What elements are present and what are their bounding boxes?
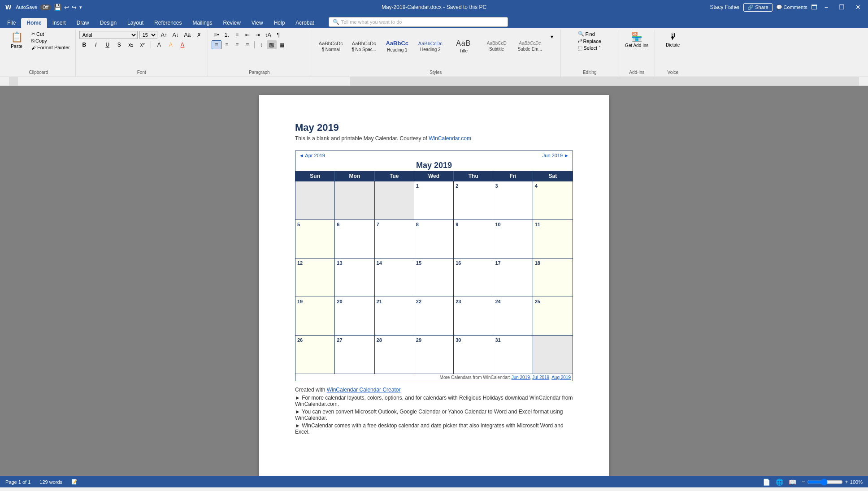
font-name-select[interactable]: Arial bbox=[79, 31, 138, 39]
copy-button[interactable]: ⎘ Copy bbox=[30, 38, 72, 44]
tab-view[interactable]: View bbox=[246, 18, 269, 28]
tab-acrobat[interactable]: Acrobat bbox=[290, 18, 319, 28]
multilevel-list-button[interactable]: ≡ bbox=[232, 30, 242, 39]
cal-cell-empty-2 bbox=[335, 181, 374, 220]
increase-indent-button[interactable]: ⇥ bbox=[253, 30, 263, 39]
bold-button[interactable]: B bbox=[79, 40, 89, 49]
align-left-button[interactable]: ≡ bbox=[212, 40, 221, 49]
numbering-button[interactable]: 1. bbox=[222, 30, 232, 39]
font-group-label: Font bbox=[137, 70, 146, 76]
shading-button[interactable]: ▧ bbox=[267, 40, 277, 49]
show-hide-button[interactable]: ¶ bbox=[273, 30, 283, 39]
paste-button[interactable]: 📋 Paste bbox=[5, 30, 28, 50]
grow-font-button[interactable]: A↑ bbox=[159, 30, 169, 39]
restore-button[interactable]: ❐ bbox=[835, 3, 848, 12]
tab-mailings[interactable]: Mailings bbox=[187, 18, 217, 28]
decrease-indent-button[interactable]: ⇤ bbox=[243, 30, 252, 39]
customize-qat-button[interactable]: ▾ bbox=[79, 4, 82, 10]
line-spacing-button[interactable]: ↕ bbox=[256, 40, 266, 49]
font-group: Arial 15 A↑ A↓ Aa ✗ B I U S x₂ x² A A bbox=[76, 30, 208, 77]
tab-home[interactable]: Home bbox=[21, 18, 47, 28]
font-size-select[interactable]: 15 bbox=[139, 31, 157, 39]
bullets-button[interactable]: ≡• bbox=[212, 30, 221, 39]
tab-references[interactable]: References bbox=[149, 18, 187, 28]
find-button[interactable]: 🔍 Find bbox=[576, 30, 603, 37]
redo-button[interactable]: ↪ bbox=[72, 4, 77, 11]
tab-review[interactable]: Review bbox=[218, 18, 246, 28]
style-subtitle-label: Subtitle bbox=[489, 47, 504, 52]
style-heading2[interactable]: AaBbCcDc Heading 2 bbox=[414, 30, 447, 62]
read-mode-button[interactable]: 📖 bbox=[789, 478, 796, 486]
zoom-out-button[interactable]: − bbox=[802, 478, 805, 485]
dictate-button[interactable]: 🎙 Dictate bbox=[664, 30, 682, 48]
change-case-button[interactable]: Aa bbox=[182, 30, 192, 39]
zoom-in-button[interactable]: + bbox=[845, 478, 848, 485]
superscript-button[interactable]: x² bbox=[138, 40, 148, 49]
undo-button[interactable]: ↩ bbox=[64, 4, 69, 11]
separator bbox=[151, 41, 151, 48]
tab-insert[interactable]: Insert bbox=[47, 18, 71, 28]
subscript-button[interactable]: x₂ bbox=[126, 40, 136, 49]
format-painter-button[interactable]: 🖌 Format Painter bbox=[30, 44, 72, 51]
autosave-toggle[interactable]: Off bbox=[40, 4, 51, 10]
jul2019-link[interactable]: Jul 2019 bbox=[532, 375, 549, 380]
style-subtitle[interactable]: AaBbCcD Subtitle bbox=[481, 30, 513, 62]
get-addins-button[interactable]: 🏪 Get Add-ins bbox=[623, 30, 650, 49]
justify-button[interactable]: ≡ bbox=[243, 40, 252, 49]
tab-design[interactable]: Design bbox=[95, 18, 122, 28]
cal-cell-empty-1 bbox=[295, 181, 335, 220]
paste-area: 📋 Paste bbox=[5, 30, 28, 50]
minimize-button[interactable]: − bbox=[821, 3, 832, 12]
cal-cell-empty-last bbox=[533, 336, 573, 374]
proofing-icon: 📝 bbox=[71, 479, 78, 485]
style-heading1[interactable]: AaBbCc Heading 1 bbox=[381, 30, 413, 62]
cal-cell-30: 30 bbox=[454, 336, 493, 374]
underline-button[interactable]: U bbox=[103, 40, 113, 49]
sort-button[interactable]: ↕A bbox=[263, 30, 273, 39]
tell-me-search[interactable]: 🔍 Tell me what you want to do bbox=[329, 17, 508, 27]
zoom-control: − + 100% bbox=[802, 478, 863, 486]
prev-month-link[interactable]: ◄ Apr 2019 bbox=[299, 153, 325, 158]
shrink-font-button[interactable]: A↓ bbox=[171, 30, 181, 39]
style-no-spacing[interactable]: AaBbCcDc ¶ No Spac... bbox=[348, 30, 380, 62]
clear-format-button[interactable]: ✗ bbox=[194, 30, 204, 39]
comments-button[interactable]: 💬 Comments bbox=[776, 4, 807, 10]
tab-draw[interactable]: Draw bbox=[71, 18, 95, 28]
save-button[interactable]: 💾 bbox=[54, 4, 61, 11]
styles-more-button[interactable]: ▾ bbox=[547, 32, 557, 41]
text-highlight-button[interactable]: A bbox=[166, 40, 176, 49]
style-normal[interactable]: AaBbCcDc ¶ Normal bbox=[315, 30, 347, 62]
web-layout-button[interactable]: 🌐 bbox=[776, 478, 783, 486]
tab-file[interactable]: File bbox=[2, 18, 21, 28]
italic-button[interactable]: I bbox=[91, 40, 101, 49]
wincalendar-link[interactable]: WinCalendar.com bbox=[429, 135, 471, 142]
tab-layout[interactable]: Layout bbox=[122, 18, 149, 28]
aug2019-link[interactable]: Aug 2019 bbox=[551, 375, 571, 380]
text-effect-button[interactable]: A bbox=[154, 40, 164, 49]
replace-icon: ⇄ bbox=[578, 38, 582, 44]
search-placeholder: Tell me what you want to do bbox=[341, 19, 402, 25]
select-button[interactable]: ⬚ Select ˅ bbox=[576, 45, 603, 52]
style-subtle-em[interactable]: AaBbCcDc Subtle Em... bbox=[514, 30, 546, 62]
zoom-slider[interactable] bbox=[807, 478, 843, 486]
cal-week-5: 26 27 28 29 30 31 bbox=[295, 335, 573, 374]
tab-help[interactable]: Help bbox=[269, 18, 291, 28]
jun2019-link[interactable]: Jun 2019 bbox=[512, 375, 530, 380]
next-month-link[interactable]: Jun 2019 ► bbox=[542, 153, 569, 158]
document-area[interactable]: May 2019 This is a blank and printable M… bbox=[0, 86, 868, 476]
style-title[interactable]: AaB Title bbox=[447, 30, 480, 62]
calendar-creator-link[interactable]: WinCalendar Calendar Creator bbox=[327, 387, 401, 393]
borders-button[interactable]: ▦ bbox=[277, 40, 287, 49]
align-center-button[interactable]: ≡ bbox=[222, 40, 232, 49]
cal-header-mon: Mon bbox=[335, 171, 374, 181]
ribbon-display-button[interactable]: 🗔 bbox=[811, 4, 817, 11]
align-right-button[interactable]: ≡ bbox=[232, 40, 242, 49]
style-subtle-em-preview: AaBbCcDc bbox=[519, 41, 541, 46]
font-color-button[interactable]: A bbox=[178, 40, 187, 49]
cut-button[interactable]: ✂ Cut bbox=[30, 30, 72, 37]
replace-button[interactable]: ⇄ Replace bbox=[576, 38, 603, 44]
print-layout-button[interactable]: 📄 bbox=[763, 478, 770, 486]
share-button[interactable]: 🔗 Share bbox=[743, 3, 772, 12]
strikethrough-button[interactable]: S bbox=[114, 40, 124, 49]
close-button[interactable]: ✕ bbox=[852, 3, 864, 12]
